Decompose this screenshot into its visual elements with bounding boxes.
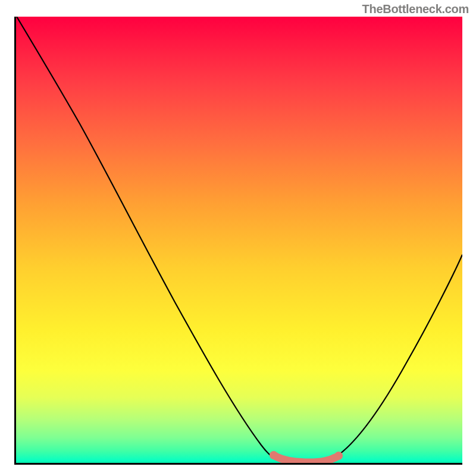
attribution-text: TheBottleneck.com [362,2,469,16]
chart-container: TheBottleneck.com [0,0,476,476]
bottleneck-curve [17,17,462,462]
plot-area [14,17,462,465]
highlight-band [274,455,339,462]
bottleneck-curve-svg [14,17,462,465]
highlight-dot-right [334,452,343,460]
highlight-dot-left [270,451,278,459]
